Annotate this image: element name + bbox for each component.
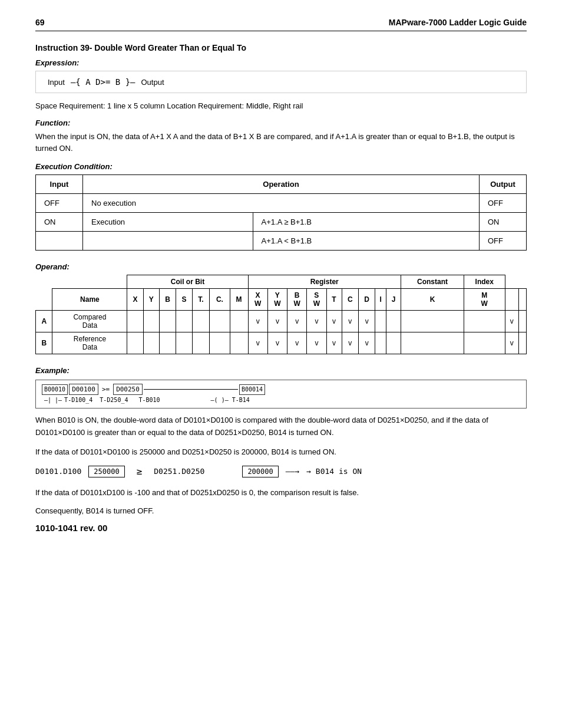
col-xw: XW <box>248 289 267 311</box>
exec-input-empty <box>36 232 83 251</box>
ladder-diagram: B00010 D00100 >= D00250 B00014 —| |— T-D… <box>35 380 527 409</box>
b-m <box>230 332 248 354</box>
exec-op-empty <box>83 232 253 251</box>
b-bw: v <box>287 332 307 354</box>
a-mw <box>464 311 505 332</box>
col-c: C. <box>210 289 230 311</box>
b-c <box>210 332 230 354</box>
a-const: v <box>505 311 519 332</box>
b-i <box>375 332 386 354</box>
space-requirement: Space Requirement: 1 line x 5 column Loc… <box>35 101 527 110</box>
b-k <box>401 332 464 354</box>
operand-register-header: Register <box>248 275 401 289</box>
col-index <box>519 289 527 311</box>
exec-op-condition2: A+1.A < B+1.B <box>253 232 479 251</box>
comparison-line: D0101.D100 250000 ≥ D0251.D0250 200000 —… <box>35 466 527 477</box>
a-c <box>210 311 230 332</box>
comp-d1: D0101.D100 <box>35 467 81 476</box>
operand-label-b: B <box>36 332 52 354</box>
col-m: M <box>230 289 248 311</box>
col-const <box>505 289 519 311</box>
a-index <box>519 311 527 332</box>
exec-op-condition1: A+1.A ≥ B+1.B <box>253 213 479 232</box>
expression-label: Expression: <box>35 58 527 67</box>
a-x <box>127 311 143 332</box>
operand-row-a: A ComparedData v v v v v v v v <box>36 311 527 332</box>
col-sw: SW <box>307 289 326 311</box>
ladder-b010-label: B00010 <box>42 384 68 395</box>
b-d: v <box>358 332 375 354</box>
operand-label: Operand: <box>35 262 527 271</box>
exec-header-operation: Operation <box>83 175 480 194</box>
operand-table: Coil or Bit Register Constant Index Name… <box>35 275 527 354</box>
exec-row-on: ON Execution A+1.A ≥ B+1.B ON <box>36 213 527 232</box>
col-j: J <box>386 289 401 311</box>
a-k <box>401 311 464 332</box>
a-m <box>230 311 248 332</box>
revision: 1010-1041 rev. 00 <box>35 523 527 533</box>
execution-table: Input Operation Output OFF No execution … <box>35 174 527 251</box>
b-x <box>127 332 143 354</box>
col-c2: C <box>342 289 358 311</box>
b-b <box>159 332 176 354</box>
operand-empty1 <box>36 289 52 311</box>
exec-input-on: ON <box>36 213 83 232</box>
ladder-sub1: —| |— <box>44 396 62 404</box>
comp-arrow: ——→ <box>286 467 299 476</box>
exec-row-off: OFF No execution OFF <box>36 194 527 213</box>
exec-label: Execution Condition: <box>35 162 527 171</box>
comp-v2: 200000 <box>242 466 278 477</box>
a-t2: v <box>326 311 342 332</box>
ladder-sub6: T-B14 <box>232 396 250 404</box>
b-const: v <box>505 332 519 354</box>
ladder-contact: D00100 <box>69 384 98 395</box>
example-label: Example: <box>35 366 527 375</box>
b-mw <box>464 332 505 354</box>
operand-index-header: Index <box>464 275 505 289</box>
exec-op-no-exec: No execution <box>83 194 480 213</box>
expression-diagram: –{ A D>= B }– <box>71 77 135 87</box>
a-xw: v <box>248 311 267 332</box>
example-desc4: Consequently, B014 is turned OFF. <box>35 505 527 518</box>
b-index <box>519 332 527 354</box>
ladder-sub4: T-B010 <box>134 396 160 404</box>
expression-box: Input –{ A D>= B }– Output <box>35 71 527 93</box>
col-k: K <box>401 289 464 311</box>
book-title: MAPware-7000 Ladder Logic Guide <box>389 18 527 27</box>
page-number: 69 <box>35 18 45 27</box>
example-desc3: If the data of D0101xD100 is -100 and th… <box>35 487 527 499</box>
a-s <box>176 311 192 332</box>
example-desc1: When B010 is ON, the double-word data of… <box>35 414 527 439</box>
col-s: S <box>176 289 192 311</box>
a-y <box>143 311 159 332</box>
ladder-sub3: T-D250_4 <box>100 396 128 404</box>
col-y: Y <box>143 289 159 311</box>
exec-out-off: OFF <box>480 194 527 213</box>
b-j <box>386 332 401 354</box>
a-t <box>192 311 210 332</box>
a-i <box>375 311 386 332</box>
exec-op-execution: Execution <box>83 213 253 232</box>
ladder-sub2: T-D100_4 <box>64 396 92 404</box>
expression-input-label: Input <box>48 78 65 87</box>
comp-v1: 250000 <box>88 466 124 477</box>
col-d: D <box>358 289 375 311</box>
col-x: X <box>127 289 143 311</box>
ladder-b014-label: B00014 <box>239 384 265 395</box>
b-sw: v <box>307 332 326 354</box>
b-t2: v <box>326 332 342 354</box>
exec-input-off: OFF <box>36 194 83 213</box>
b-s <box>176 332 192 354</box>
page-header: 69 MAPware-7000 Ladder Logic Guide <box>35 18 527 31</box>
example-desc2: If the data of D0101×D0100 is 250000 and… <box>35 446 527 459</box>
operand-empty-top-left <box>36 275 127 289</box>
col-b: B <box>159 289 176 311</box>
operand-name-a: ComparedData <box>52 311 127 332</box>
comp-d2: D0251.D0250 <box>154 467 204 476</box>
b-xw: v <box>248 332 267 354</box>
a-yw: v <box>267 311 287 332</box>
expression-output-label: Output <box>141 78 164 87</box>
a-sw: v <box>307 311 326 332</box>
col-bw: BW <box>287 289 307 311</box>
a-j <box>386 311 401 332</box>
